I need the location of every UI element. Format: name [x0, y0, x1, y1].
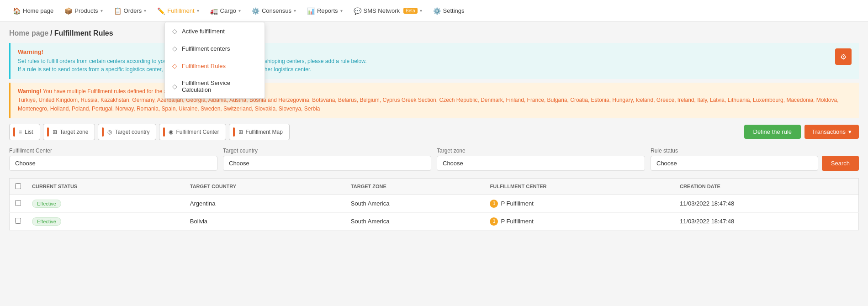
filter-fc-select[interactable]: Choose: [9, 156, 217, 171]
fc-num-0: 1: [490, 200, 498, 208]
tab-list-icon: ≡: [19, 129, 22, 135]
nav-fulfillment[interactable]: ✏️ Fulfillment ▾: [152, 0, 204, 21]
col-current-status: CURRENT STATUS: [26, 178, 185, 195]
search-button[interactable]: Search: [822, 156, 859, 171]
tab-target-country[interactable]: ◎ Target country: [98, 124, 156, 140]
tab-country-indicator: [102, 127, 104, 137]
filter-target-country: Target country Choose: [223, 148, 431, 171]
row-checkbox-cell: [10, 195, 27, 212]
filter-zone-select[interactable]: Choose: [437, 156, 645, 171]
table-row: Effective Argentina South America 1 P Fu…: [10, 195, 859, 212]
col-checkbox: [10, 178, 27, 195]
status-badge-0: Effective: [32, 200, 61, 208]
tab-list[interactable]: ≡ List: [9, 124, 40, 140]
fc-name-0: P Fulfillment: [501, 200, 533, 207]
select-all-checkbox[interactable]: [15, 183, 21, 189]
col-target-country: TARGET COUNTRY: [185, 178, 345, 195]
row-date-1: 11/03/2022 18:47:48: [674, 212, 859, 230]
row-fc-1: 1 P Fulfillment: [484, 212, 674, 230]
tab-list-indicator: [13, 127, 15, 137]
breadcrumb: Home page / Fulfillment Rules: [9, 29, 859, 37]
fulfillment-centers-icon: ◇: [172, 45, 177, 52]
filter-zone-label: Target zone: [437, 148, 645, 154]
filter-rule-status: Rule status Choose Search: [651, 148, 859, 171]
settings-button[interactable]: ⚙: [835, 48, 852, 65]
tab-bar-right: Define the rule Transactions ▾: [744, 125, 859, 139]
fc-num-1: 1: [490, 217, 498, 226]
nav-settings[interactable]: ⚙️ Settings: [428, 0, 470, 21]
col-target-zone: TARGET ZONE: [345, 178, 485, 195]
cargo-icon: 🚛: [210, 7, 218, 15]
tab-bar-left: ≡ List ⊞ Target zone ◎ Target country ◉ …: [9, 124, 290, 140]
fulfillment-icon: ✏️: [157, 7, 165, 15]
fulfillment-rules-table: CURRENT STATUS TARGET COUNTRY TARGET ZON…: [9, 178, 859, 231]
tab-zone-indicator: [47, 127, 49, 137]
multiple-rules-warning: Warning! You have multiple Fulfillment r…: [9, 83, 859, 118]
row-checkbox-0[interactable]: [15, 200, 21, 206]
consensus-icon: ⚙️: [252, 7, 259, 15]
products-chevron: ▾: [101, 8, 103, 13]
define-rule-button[interactable]: Define the rule: [744, 125, 801, 139]
dropdown-fulfillment-rules[interactable]: ◇ Fulfillment Rules: [165, 57, 265, 74]
fulfillment-chevron: ▾: [197, 8, 199, 13]
tab-fc-indicator: [163, 127, 165, 137]
tab-zone-icon: ⊞: [53, 129, 57, 135]
filter-country-label: Target country: [223, 148, 431, 154]
info-banner: Warning! Set rules to fulfill orders fro…: [9, 43, 859, 79]
transactions-button[interactable]: Transactions ▾: [804, 125, 859, 139]
tab-bar: ≡ List ⊞ Target zone ◎ Target country ◉ …: [9, 124, 859, 140]
dropdown-active-fulfillment[interactable]: ◇ Active fulfillment: [165, 22, 265, 40]
tab-fulfillment-center[interactable]: ◉ Fulfillment Center: [159, 124, 226, 140]
filter-fc-label: Fulfillment Center: [9, 148, 217, 154]
row-zone-0: South America: [345, 195, 485, 212]
tab-target-zone[interactable]: ⊞ Target zone: [43, 124, 95, 140]
transactions-chevron: ▾: [848, 128, 852, 135]
nav-reports[interactable]: 📊 Reports ▾: [302, 0, 348, 21]
row-country-0: Argentina: [185, 195, 345, 212]
col-fulfillment-center: FULFILLMENT CENTER: [484, 178, 674, 195]
filter-target-zone: Target zone Choose: [437, 148, 645, 171]
orders-chevron: ▾: [144, 8, 146, 13]
dropdown-fulfillment-service[interactable]: ◇ Fulfillment Service Calculation: [165, 74, 265, 98]
dropdown-fulfillment-centers[interactable]: ◇ Fulfillment centers: [165, 40, 265, 57]
filter-fulfillment-center: Fulfillment Center Choose: [9, 148, 217, 171]
row-checkbox-1[interactable]: [15, 218, 21, 224]
row-date-0: 11/03/2022 18:47:48: [674, 195, 859, 212]
beta-badge: Beta: [403, 8, 418, 14]
row-checkbox-cell: [10, 212, 27, 230]
table-header-row: CURRENT STATUS TARGET COUNTRY TARGET ZON…: [10, 178, 859, 195]
active-fulfillment-icon: ◇: [172, 27, 177, 35]
tab-fc-icon: ◉: [169, 129, 173, 135]
warning-prefix: Warning!: [18, 88, 42, 95]
tab-country-icon: ◎: [107, 129, 112, 135]
row-fc-0: 1 P Fulfillment: [484, 195, 674, 212]
nav-orders[interactable]: 📋 Orders ▾: [108, 0, 152, 21]
row-zone-1: South America: [345, 212, 485, 230]
nav-homepage[interactable]: 🏠 Home page: [7, 0, 59, 21]
top-navigation: 🏠 Home page 📦 Products ▾ 📋 Orders ▾ ✏️ F…: [0, 0, 868, 22]
page-content: Home page / Fulfillment Rules Warning! S…: [0, 22, 868, 238]
nav-smsnetwork[interactable]: 💬 SMS Network Beta ▾: [348, 0, 428, 21]
nav-cargo[interactable]: 🚛 Cargo ▾: [205, 0, 246, 21]
nav-consensus[interactable]: ⚙️ Consensus ▾: [246, 0, 302, 21]
row-country-1: Bolivia: [185, 212, 345, 230]
warning-title: Warning!: [18, 48, 852, 55]
fc-name-1: P Fulfillment: [501, 218, 533, 225]
fulfillment-dropdown: ◇ Active fulfillment ◇ Fulfillment cente…: [164, 22, 265, 99]
reports-chevron: ▾: [340, 8, 343, 13]
filter-status-label: Rule status: [651, 148, 859, 154]
tab-fulfillment-map[interactable]: ⊞ Fulfillment Map: [229, 124, 290, 140]
status-badge-1: Effective: [32, 217, 61, 226]
tab-map-icon: ⊞: [238, 129, 243, 135]
fulfillment-service-icon: ◇: [172, 83, 177, 90]
col-creation-date: CREATION DATE: [674, 178, 859, 195]
cargo-chevron: ▾: [238, 8, 241, 13]
consensus-chevron: ▾: [294, 8, 296, 13]
table-row: Effective Bolivia South America 1 P Fulf…: [10, 212, 859, 230]
warning-countries: Turkiye, United Kingdom, Russia, Kazakhs…: [18, 97, 838, 112]
fc-badge-0: 1 P Fulfillment: [490, 200, 533, 208]
filter-status-select[interactable]: Choose: [651, 156, 818, 171]
nav-products[interactable]: 📦 Products ▾: [59, 0, 108, 21]
fc-badge-1: 1 P Fulfillment: [490, 217, 533, 226]
filter-country-select[interactable]: Choose: [223, 156, 431, 171]
